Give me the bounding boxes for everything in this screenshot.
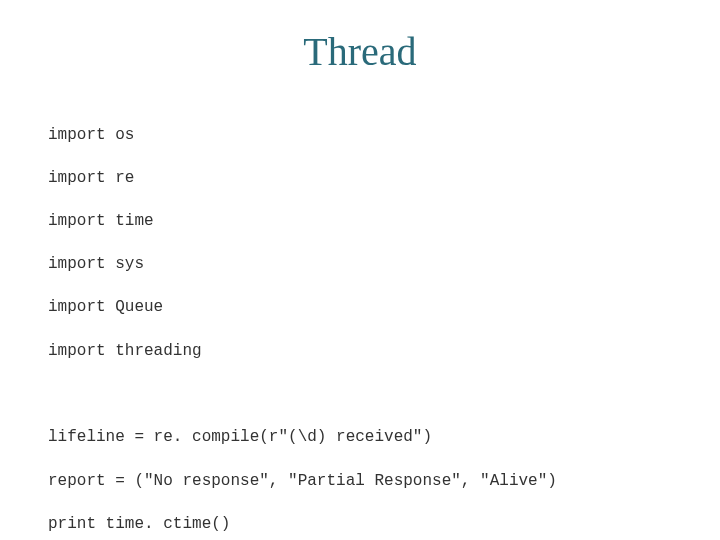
code-line: print time. ctime() <box>48 514 672 536</box>
code-line: import threading <box>48 341 672 363</box>
code-line: report = ("No response", "Partial Respon… <box>48 471 672 493</box>
code-line: lifeline = re. compile(r"(\d) received") <box>48 427 672 449</box>
code-line: import re <box>48 168 672 190</box>
setup-block: lifeline = re. compile(r"(\d) received")… <box>48 406 672 540</box>
code-line: import os <box>48 125 672 147</box>
code-line: import Queue <box>48 297 672 319</box>
code-line: import time <box>48 211 672 233</box>
imports-block: import os import re import time import s… <box>48 103 672 384</box>
page-title: Thread <box>48 28 672 75</box>
code-line: import sys <box>48 254 672 276</box>
